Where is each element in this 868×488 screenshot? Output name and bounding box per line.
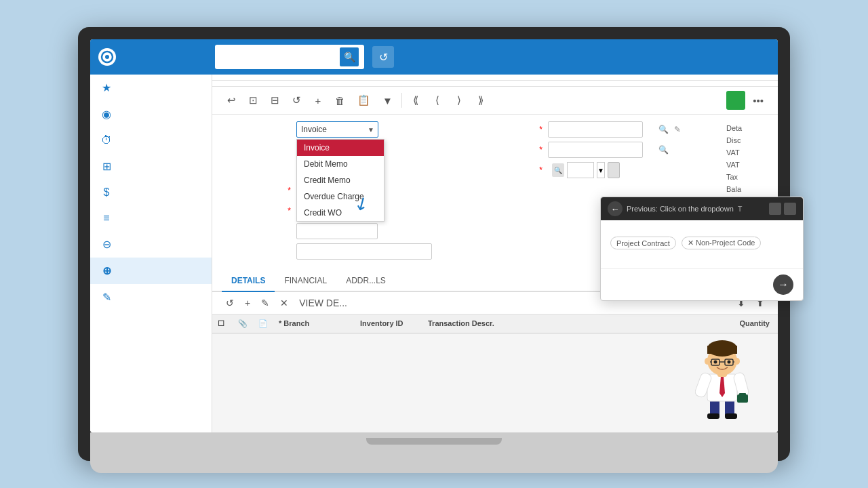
location-input-wrapper: 🔍 bbox=[548, 142, 643, 158]
release-button[interactable] bbox=[726, 91, 745, 110]
more-actions-button[interactable]: ▼ bbox=[378, 91, 397, 110]
svg-rect-24 bbox=[739, 393, 746, 396]
search-bar: 🔍 bbox=[215, 45, 364, 69]
currency-search-btn[interactable]: 🔍 bbox=[552, 163, 564, 177]
sidebar-item-payables[interactable]: ⊖ bbox=[90, 231, 212, 258]
discard-button[interactable]: ⊟ bbox=[265, 91, 284, 110]
tutorial-header-btns bbox=[769, 203, 796, 215]
receivables-icon: ⊕ bbox=[100, 264, 113, 277]
time-expenses-icon: ⏱ bbox=[100, 134, 113, 146]
tag-non-project-code-label: ✕ Non-Project Code bbox=[688, 239, 755, 247]
customer-edit-icon[interactable]: ✎ bbox=[671, 123, 684, 136]
dropdown-item-credit-memo[interactable]: Credit Memo bbox=[297, 172, 384, 188]
tag-non-project-code: ✕ Non-Project Code bbox=[682, 237, 762, 249]
table-refresh-btn[interactable]: ↺ bbox=[222, 295, 238, 311]
svg-point-22 bbox=[734, 358, 740, 365]
table-edit-btn[interactable]: ✎ bbox=[257, 295, 273, 311]
table-delete-btn[interactable]: ✕ bbox=[276, 295, 292, 311]
customer-search-icon[interactable]: 🔍 bbox=[656, 123, 671, 136]
location-label bbox=[475, 145, 542, 155]
th-inventory-id: Inventory ID bbox=[355, 317, 422, 330]
dropdown-item-invoice[interactable]: Invoice bbox=[297, 140, 384, 156]
currency-rate-dropdown[interactable]: ▼ bbox=[597, 162, 605, 178]
prev-record-button[interactable]: ⟨ bbox=[428, 91, 447, 110]
tutorial-header: ← Previous: Click on the dropdown T bbox=[601, 197, 803, 220]
type-form-row: Invoice Debit Memo Credit Memo Overdue C… bbox=[223, 121, 461, 138]
tutorial-prev-indicator: T bbox=[738, 205, 743, 213]
undo-button[interactable]: ↩ bbox=[222, 91, 241, 110]
history-button[interactable]: ↺ bbox=[372, 46, 394, 68]
sidebar-item-projects[interactable]: ≡ bbox=[90, 205, 212, 231]
sidebar-item-finance[interactable]: ⊞ bbox=[90, 153, 212, 180]
page-title-row bbox=[212, 81, 778, 87]
laptop-hinge bbox=[366, 438, 502, 445]
top-nav: 🔍 ↺ bbox=[90, 39, 778, 75]
right-label-deta: Deta bbox=[726, 124, 767, 132]
th-attach: 📎 bbox=[233, 317, 253, 330]
more-menu-button[interactable]: ••• bbox=[748, 91, 768, 110]
right-label-vat2: VAT bbox=[726, 161, 767, 169]
payables-icon: ⊖ bbox=[100, 238, 113, 251]
tutorial-prev-text: Previous: Click on the dropdown bbox=[627, 205, 734, 213]
customer-label bbox=[475, 125, 542, 134]
first-record-button[interactable]: ⟪ bbox=[406, 91, 425, 110]
currency-label bbox=[475, 165, 542, 175]
add-button[interactable]: + bbox=[309, 91, 328, 110]
tutorial-next-btn[interactable]: → bbox=[773, 274, 793, 295]
tab-addr[interactable]: ADDR...LS bbox=[336, 270, 395, 292]
sidebar-item-favorites[interactable]: ★ bbox=[90, 75, 212, 101]
svg-rect-13 bbox=[707, 346, 737, 354]
tab-details[interactable]: DETAILS bbox=[222, 270, 275, 292]
search-submit-button[interactable]: 🔍 bbox=[340, 47, 359, 66]
customer-ord-row bbox=[223, 223, 461, 239]
sidebar-item-banking[interactable]: $ bbox=[90, 180, 212, 205]
svg-point-21 bbox=[705, 358, 710, 365]
customer-input-wrapper: 🔍 ✎ bbox=[548, 121, 643, 138]
dropdown-item-overdue[interactable]: Overdue Charge bbox=[297, 188, 384, 205]
sidebar-item-sales-orders[interactable]: ✎ bbox=[90, 284, 212, 310]
tutorial-minimize-btn[interactable] bbox=[769, 203, 781, 215]
location-search-icon[interactable]: 🔍 bbox=[656, 144, 671, 156]
favorites-icon: ★ bbox=[100, 81, 113, 94]
description-row bbox=[223, 243, 461, 260]
type-select[interactable]: Invoice Debit Memo Credit Memo Overdue C… bbox=[296, 121, 378, 138]
refresh-button[interactable]: ↺ bbox=[287, 91, 306, 110]
copy-button[interactable]: 📋 bbox=[353, 91, 375, 110]
dropdown-item-debit-memo[interactable]: Debit Memo bbox=[297, 156, 384, 172]
sidebar-item-time-expenses[interactable]: ⏱ bbox=[90, 127, 212, 153]
sidebar-item-receivables[interactable]: ⊕ bbox=[90, 258, 212, 284]
svg-point-1 bbox=[105, 55, 109, 59]
save-button[interactable]: ⊡ bbox=[243, 91, 262, 110]
svg-point-20 bbox=[728, 361, 731, 364]
last-record-button[interactable]: ⟫ bbox=[471, 91, 490, 110]
tutorial-close-btn[interactable] bbox=[784, 203, 796, 215]
sales-orders-icon: ✎ bbox=[100, 291, 113, 304]
data-views-icon: ◉ bbox=[100, 108, 113, 121]
toolbar: ↩ ⊡ ⊟ ↺ + 🗑 📋 ▼ ⟪ ⟨ ⟩ ⟫ ••• bbox=[212, 87, 778, 115]
date-label bbox=[223, 186, 291, 195]
description-input[interactable] bbox=[296, 243, 432, 260]
currency-rate-input[interactable] bbox=[567, 162, 594, 178]
post-period-label bbox=[223, 206, 291, 216]
view-base-button[interactable] bbox=[608, 162, 620, 178]
sidebar-item-data-views[interactable]: ◉ bbox=[90, 101, 212, 127]
banking-icon: $ bbox=[100, 186, 113, 199]
currency-controls: 🔍 ▼ bbox=[548, 162, 620, 178]
customer-ord-input[interactable] bbox=[296, 223, 378, 239]
table-add-btn[interactable]: + bbox=[241, 295, 254, 311]
location-input[interactable] bbox=[549, 145, 656, 155]
delete-button[interactable]: 🗑 bbox=[330, 91, 350, 110]
sidebar: ★ ◉ ⏱ ⊞ $ bbox=[90, 75, 212, 432]
tab-financial[interactable]: FINANCIAL bbox=[275, 270, 336, 292]
th-quantity: Quantity bbox=[724, 317, 778, 330]
next-record-button[interactable]: ⟩ bbox=[450, 91, 469, 110]
logo-icon bbox=[98, 48, 116, 66]
th-checkbox: ☐ bbox=[212, 317, 233, 330]
search-input[interactable] bbox=[220, 52, 336, 62]
tutorial-back-btn[interactable]: ← bbox=[608, 201, 623, 216]
table-view-details-btn[interactable]: VIEW DE... bbox=[295, 295, 351, 311]
finance-icon: ⊞ bbox=[100, 160, 113, 173]
th-branch: * Branch bbox=[273, 317, 355, 330]
customer-input[interactable] bbox=[549, 125, 656, 134]
table-header: ☐ 📎 📄 * Branch Inventory ID Transaction … bbox=[212, 314, 778, 333]
